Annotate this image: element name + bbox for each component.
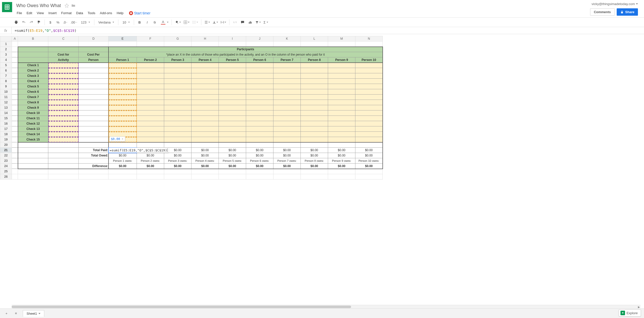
- participant-cell[interactable]: [328, 121, 355, 126]
- participant-cell[interactable]: [137, 84, 164, 89]
- participant-cell[interactable]: [191, 116, 219, 121]
- increase-decimal-button[interactable]: .00→: [70, 19, 78, 26]
- participant-cell[interactable]: [301, 105, 328, 110]
- total-owed-value[interactable]: $0.00: [219, 153, 246, 158]
- difference-value[interactable]: $0.00: [246, 164, 273, 169]
- total-owed-value[interactable]: $0.00: [164, 153, 191, 158]
- text-wrap-button[interactable]: [220, 19, 227, 26]
- undo-button[interactable]: [20, 19, 27, 26]
- explore-button[interactable]: Explore: [619, 309, 641, 316]
- cost-activity-cell[interactable]: [48, 121, 79, 126]
- participant-cell[interactable]: [301, 73, 328, 79]
- col-header-A[interactable]: A: [12, 36, 18, 41]
- col-header-G[interactable]: G: [164, 36, 191, 41]
- total-paid-value[interactable]: $0.00: [273, 148, 301, 153]
- horizontal-scrollbar[interactable]: ▶: [12, 305, 640, 308]
- participant-cell[interactable]: [273, 68, 301, 73]
- cost-activity-cell[interactable]: [48, 132, 79, 137]
- participant-cell[interactable]: [246, 100, 273, 105]
- participant-cell[interactable]: [355, 121, 383, 126]
- merge-cells-button[interactable]: [191, 19, 199, 26]
- cost-activity-cell[interactable]: [48, 73, 79, 79]
- total-owed-value[interactable]: $0.00: [273, 153, 301, 158]
- col-header-E[interactable]: E: [109, 36, 137, 41]
- participant-cell[interactable]: [219, 126, 246, 132]
- cost-activity-cell[interactable]: [48, 79, 79, 84]
- participant-cell[interactable]: [328, 126, 355, 132]
- participant-cell[interactable]: [219, 132, 246, 137]
- difference-value[interactable]: $0.00: [164, 164, 191, 169]
- total-owed-value[interactable]: $0.00: [191, 153, 219, 158]
- sheets-logo[interactable]: [2, 2, 12, 12]
- cost-per-person-cell[interactable]: [79, 100, 109, 105]
- participant-cell[interactable]: [137, 137, 164, 142]
- folder-icon[interactable]: [71, 3, 76, 8]
- person1-cell[interactable]: [109, 84, 137, 89]
- person1-cell[interactable]: [109, 126, 137, 132]
- person1-cell[interactable]: [109, 105, 137, 110]
- person1-cell[interactable]: [109, 73, 137, 79]
- decrease-decimal-button[interactable]: .0←: [62, 19, 69, 26]
- participant-cell[interactable]: [301, 116, 328, 121]
- total-paid-value[interactable]: $0.00: [355, 148, 383, 153]
- participant-cell[interactable]: [246, 68, 273, 73]
- participant-cell[interactable]: [273, 73, 301, 79]
- participant-cell[interactable]: [164, 110, 191, 116]
- insert-link-button[interactable]: [231, 19, 239, 26]
- participant-cell[interactable]: [219, 84, 246, 89]
- participant-cell[interactable]: [219, 73, 246, 79]
- account-menu[interactable]: vicky@thingsimadetoday.com: [590, 2, 638, 6]
- participant-cell[interactable]: [219, 95, 246, 100]
- participant-cell[interactable]: [137, 116, 164, 121]
- participant-cell[interactable]: [355, 79, 383, 84]
- participant-cell[interactable]: [137, 89, 164, 95]
- spreadsheet-grid[interactable]: ABCDEFGHIJKLMN12Participants3Cost forCos…: [0, 36, 644, 308]
- total-owed-value[interactable]: $0.00: [246, 153, 273, 158]
- participant-cell[interactable]: [273, 126, 301, 132]
- difference-value[interactable]: $0.00: [273, 164, 301, 169]
- total-paid-value[interactable]: $0.00: [246, 148, 273, 153]
- cost-per-person-cell[interactable]: [79, 105, 109, 110]
- cost-activity-cell[interactable]: [48, 137, 79, 142]
- participant-cell[interactable]: [246, 63, 273, 68]
- participant-cell[interactable]: [328, 95, 355, 100]
- participant-cell[interactable]: [301, 126, 328, 132]
- row-header-15[interactable]: 15: [0, 116, 12, 121]
- participant-cell[interactable]: [219, 79, 246, 84]
- participant-cell[interactable]: [164, 84, 191, 89]
- difference-value[interactable]: $0.00: [355, 164, 383, 169]
- participant-cell[interactable]: [355, 73, 383, 79]
- row-header-7[interactable]: 7: [0, 73, 12, 79]
- participant-cell[interactable]: [355, 84, 383, 89]
- difference-value[interactable]: $0.00: [301, 164, 328, 169]
- participant-cell[interactable]: [273, 100, 301, 105]
- participant-cell[interactable]: [301, 79, 328, 84]
- participant-cell[interactable]: [273, 79, 301, 84]
- person1-cell[interactable]: [109, 89, 137, 95]
- cost-per-person-cell[interactable]: [79, 110, 109, 116]
- participant-cell[interactable]: [301, 121, 328, 126]
- total-paid-value[interactable]: $0.00: [219, 148, 246, 153]
- participant-cell[interactable]: [191, 95, 219, 100]
- total-paid-value[interactable]: $0.00: [328, 148, 355, 153]
- cost-per-person-cell[interactable]: [79, 121, 109, 126]
- share-button[interactable]: Share: [617, 8, 638, 16]
- total-owed-value[interactable]: $0.00: [355, 153, 383, 158]
- scrollbar-thumb[interactable]: [12, 306, 351, 308]
- participant-cell[interactable]: [355, 89, 383, 95]
- col-header-L[interactable]: L: [301, 36, 328, 41]
- participant-cell[interactable]: [355, 95, 383, 100]
- person1-cell[interactable]: [109, 68, 137, 73]
- participant-cell[interactable]: [273, 95, 301, 100]
- vertical-align-button[interactable]: [211, 19, 219, 26]
- filter-button[interactable]: [254, 19, 262, 26]
- participant-cell[interactable]: [273, 105, 301, 110]
- cost-per-person-cell[interactable]: [79, 132, 109, 137]
- menu-data[interactable]: Data: [74, 10, 85, 16]
- participant-cell[interactable]: [301, 68, 328, 73]
- cost-activity-cell[interactable]: [48, 100, 79, 105]
- participant-cell[interactable]: [273, 137, 301, 142]
- row-header-18[interactable]: 18: [0, 132, 12, 137]
- participant-cell[interactable]: [355, 116, 383, 121]
- col-header-K[interactable]: K: [273, 36, 301, 41]
